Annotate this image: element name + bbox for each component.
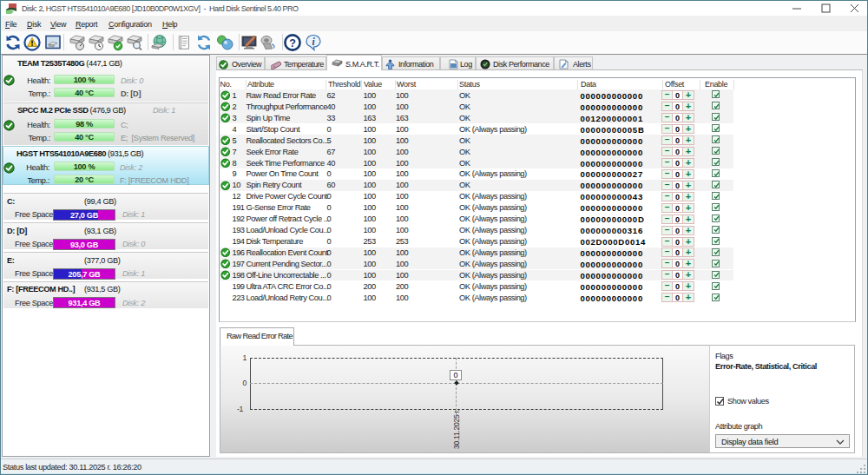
svg-text:?: ? <box>289 37 296 49</box>
